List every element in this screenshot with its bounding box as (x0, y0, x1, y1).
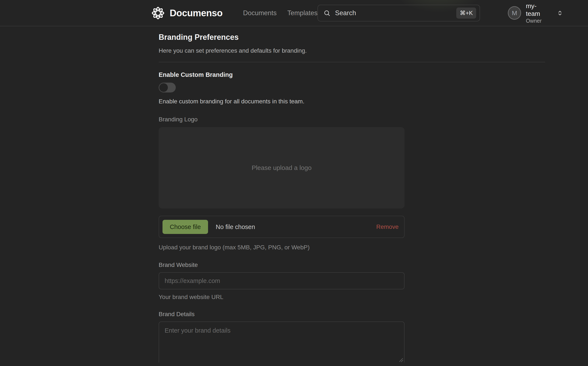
team-info: my-team Owner (526, 2, 550, 24)
brand-details-section: Brand Details (159, 311, 588, 363)
resize-handle-icon[interactable] (399, 358, 403, 362)
brand-details-textarea-wrap (159, 321, 404, 363)
top-navbar: Documenso Documents Templates Search ⌘+K… (0, 0, 588, 26)
enable-branding-section: Enable Custom Branding Enable custom bra… (159, 71, 588, 105)
branding-logo-section: Branding Logo Please upload a logo Choos… (159, 116, 588, 251)
branding-logo-label: Branding Logo (159, 116, 588, 123)
brand-details-textarea[interactable] (159, 321, 404, 363)
primary-nav: Documents Templates (243, 9, 317, 17)
search-shortcut-badge: ⌘+K (456, 8, 476, 19)
search-placeholder: Search (335, 9, 452, 17)
remove-logo-link[interactable]: Remove (376, 223, 398, 230)
chevrons-up-down-icon (556, 9, 564, 17)
team-name: my-team (526, 2, 550, 18)
nav-link-documents[interactable]: Documents (243, 9, 277, 17)
choose-file-button[interactable]: Choose file (162, 220, 208, 234)
branding-preferences-page: Branding Preferences Here you can set pr… (0, 26, 588, 363)
team-avatar: M (508, 6, 521, 20)
logo-file-input-row: Choose file No file chosen Remove (159, 216, 404, 238)
logo-dropzone[interactable]: Please upload a logo (159, 127, 404, 208)
dropzone-text: Please upload a logo (252, 164, 312, 171)
brand-details-label: Brand Details (159, 311, 588, 318)
brand-name: Documenso (170, 8, 223, 18)
team-role: Owner (526, 18, 550, 24)
page-subtitle: Here you can set preferences and default… (159, 47, 588, 54)
search-icon (323, 10, 330, 16)
brand-logo[interactable]: Documenso (151, 7, 223, 20)
search-input[interactable]: Search ⌘+K (317, 5, 480, 21)
section-divider (159, 62, 545, 62)
documenso-seal-icon (151, 7, 165, 20)
brand-website-label: Brand Website (159, 262, 588, 268)
app-screen: Documenso Documents Templates Search ⌘+K… (0, 0, 588, 366)
page-title: Branding Preferences (159, 33, 588, 42)
nav-link-templates[interactable]: Templates (287, 9, 317, 17)
enable-branding-toggle[interactable] (159, 83, 176, 92)
brand-website-input[interactable] (159, 272, 404, 289)
logo-upload-help: Upload your brand logo (max 5MB, JPG, PN… (159, 244, 588, 251)
enable-branding-label: Enable Custom Branding (159, 71, 588, 78)
file-status-text: No file chosen (216, 223, 255, 230)
team-menu-button[interactable]: M my-team Owner (508, 2, 564, 24)
brand-website-section: Brand Website Your brand website URL (159, 262, 588, 300)
enable-branding-help: Enable custom branding for all documents… (159, 98, 588, 105)
brand-website-help: Your brand website URL (159, 294, 588, 300)
toggle-knob (159, 83, 168, 92)
